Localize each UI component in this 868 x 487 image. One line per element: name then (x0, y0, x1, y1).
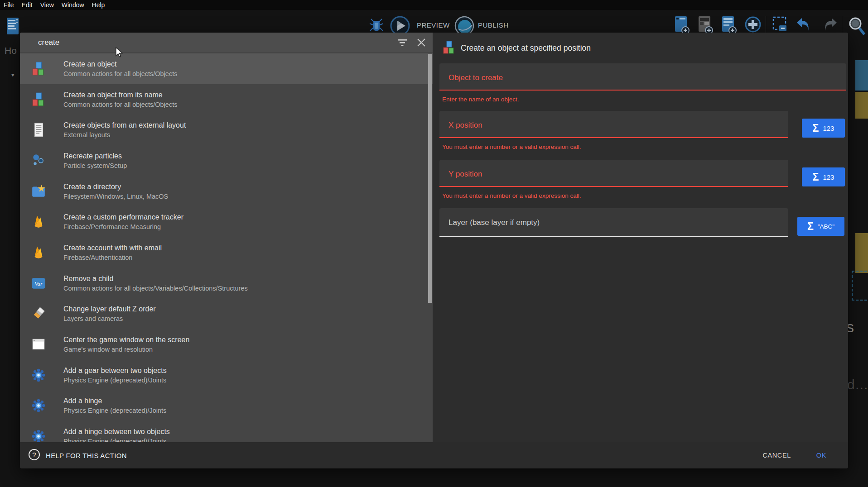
result-title: Recreate particles (63, 152, 127, 160)
field-label: X position (448, 121, 482, 130)
result-title: Add a gear between two objects (63, 367, 167, 375)
field-helper-text: Enter the name of an object. (442, 96, 846, 103)
expression-type-label: 123 (823, 173, 834, 181)
filter-icon[interactable] (395, 35, 410, 50)
result-title: Create an object (63, 60, 177, 68)
text-field[interactable]: Y position Σ 123 (439, 160, 788, 187)
result-subtitle: Physics Engine (deprecated)/Joints (63, 407, 166, 414)
preview-button[interactable]: PREVIEW (417, 21, 450, 29)
flame-icon (31, 214, 46, 229)
expression-type-label: 123 (823, 124, 834, 132)
result-title: Add a hinge (63, 397, 166, 405)
var-icon: Var (31, 276, 46, 291)
menubar: File Edit View Window Help (0, 0, 868, 10)
form-field: Layer (base layer if empty) Σ "ABC" (439, 208, 788, 237)
background-object-gold (855, 233, 868, 273)
menu-file[interactable]: File (4, 1, 14, 9)
result-subtitle: Firebase/Authentication (63, 254, 162, 261)
menu-view[interactable]: View (40, 1, 54, 9)
result-item[interactable]: Add a hinge Physics Engine (deprecated)/… (20, 391, 433, 421)
form-field: Y position Σ 123 You must enter a number… (439, 160, 788, 199)
result-subtitle: Firebase/Performance Measuring (63, 223, 183, 230)
layers-icon (31, 306, 46, 321)
result-item[interactable]: Create an object from its name Common ac… (20, 84, 433, 115)
chevron-down-icon[interactable]: ▾ (11, 72, 14, 78)
gear-icon (31, 398, 46, 413)
cubes-icon (31, 92, 46, 107)
field-label: Layer (base layer if empty) (448, 218, 540, 227)
document-icon (31, 122, 46, 138)
text-field[interactable]: Layer (base layer if empty) Σ "ABC" (439, 208, 788, 237)
screen: File Edit View Window Help Ho ▾ (0, 0, 868, 487)
result-title: Create an object from its name (63, 91, 177, 99)
cancel-button[interactable]: CANCEL (758, 448, 795, 463)
result-item[interactable]: Create a custom performance tracker Fire… (20, 206, 433, 237)
svg-text:Var: Var (34, 281, 43, 287)
results-list: Create an object Common actions for all … (20, 53, 433, 442)
gear-icon (31, 429, 46, 442)
search-icon[interactable] (846, 15, 868, 38)
result-title: Create account with with email (63, 244, 162, 252)
expression-builder-button[interactable]: Σ 123 (802, 119, 845, 138)
result-item[interactable]: Center the game window on the screen Gam… (20, 329, 433, 360)
background-text-fragment: d… (847, 377, 868, 392)
publish-button[interactable]: PUBLISH (478, 21, 509, 29)
search-header (20, 33, 433, 53)
form-field: Object to create Enter the name of an ob… (439, 63, 846, 103)
cubes-icon (31, 61, 46, 76)
main-menu-icon[interactable] (6, 16, 20, 37)
sigma-icon: Σ (813, 171, 819, 183)
field-label: Object to create (448, 73, 503, 82)
result-subtitle: Game's window and resolution (63, 346, 189, 353)
toolbar-separator (842, 16, 842, 34)
panel-title: Create an object at specified position (461, 43, 591, 53)
dialog-footer: ? HELP FOR THIS ACTION CANCEL OK (20, 442, 848, 468)
result-item[interactable]: Create a directory Filesystem/Windows, L… (20, 176, 433, 207)
result-title: Add a hinge between two objects (63, 428, 170, 436)
result-title: Change layer default Z order (63, 305, 156, 313)
result-item[interactable]: Create objects from an external layout E… (20, 115, 433, 145)
result-item[interactable]: Create an object Common actions for all … (20, 53, 433, 84)
result-subtitle: Common actions for all objects/Objects (63, 101, 177, 108)
tab-home[interactable]: Ho (5, 45, 17, 56)
help-icon: ? (28, 449, 40, 463)
result-subtitle: External layouts (63, 131, 186, 138)
result-item[interactable]: Recreate particles Particle system/Setup (20, 145, 433, 176)
flame-icon (31, 245, 46, 260)
result-title: Remove a child (63, 275, 248, 283)
particles-icon (31, 153, 46, 168)
expression-builder-button[interactable]: Σ 123 (802, 167, 845, 186)
field-helper-text: You must enter a number or a valid expre… (442, 143, 788, 150)
scrollbar-thumb[interactable] (428, 54, 432, 303)
help-button[interactable]: ? HELP FOR THIS ACTION (28, 449, 127, 463)
cubes-icon (442, 40, 456, 58)
window-icon (31, 337, 46, 352)
search-input[interactable] (38, 38, 395, 47)
expression-builder-button[interactable]: Σ "ABC" (797, 217, 844, 236)
result-title: Create objects from an external layout (63, 121, 186, 129)
result-item[interactable]: Change layer default Z order Layers and … (20, 299, 433, 329)
background-object-gold (855, 92, 868, 119)
svg-text:?: ? (32, 451, 36, 458)
ok-button[interactable]: OK (812, 448, 831, 463)
help-label: HELP FOR THIS ACTION (46, 452, 127, 459)
folder-icon (31, 184, 46, 199)
text-field[interactable]: Object to create (439, 63, 846, 91)
result-item[interactable]: Var Remove a child Common actions for al… (20, 268, 433, 299)
instruction-editor-dialog: Create an object Common actions for all … (20, 33, 848, 468)
background-object-blue (855, 60, 868, 91)
text-field[interactable]: X position Σ 123 (439, 111, 788, 138)
menu-edit[interactable]: Edit (22, 1, 33, 9)
menu-window[interactable]: Window (62, 1, 84, 9)
form-field: X position Σ 123 You must enter a number… (439, 111, 788, 150)
result-title: Center the game window on the screen (63, 336, 189, 344)
result-item[interactable]: Add a gear between two objects Physics E… (20, 360, 433, 391)
result-item[interactable]: Create account with with email Firebase/… (20, 237, 433, 268)
menu-help[interactable]: Help (92, 1, 105, 9)
expression-type-label: "ABC" (818, 223, 834, 230)
gear-icon (31, 368, 46, 383)
result-subtitle: Common actions for all objects/Objects (63, 70, 177, 77)
action-search-panel: Create an object Common actions for all … (20, 33, 433, 442)
result-item[interactable]: Add a hinge between two objects Physics … (20, 421, 433, 442)
close-icon[interactable] (414, 35, 429, 50)
